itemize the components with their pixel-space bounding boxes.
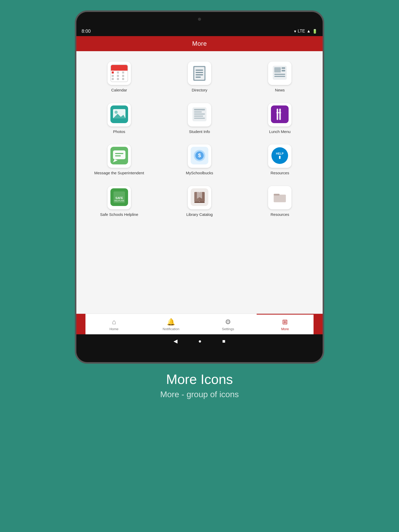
directory-icon — [191, 64, 208, 82]
caption-subtitle: More - group of icons — [160, 390, 239, 399]
svg-rect-24 — [279, 109, 281, 120]
svg-rect-50 — [274, 194, 280, 195]
front-camera — [198, 18, 201, 21]
message-super-item[interactable]: Message the Superintendent — [79, 139, 159, 181]
svg-point-14 — [115, 111, 118, 114]
svg-rect-23 — [277, 109, 278, 120]
nav-settings-label: Settings — [222, 327, 234, 331]
svg-rect-10 — [282, 67, 285, 69]
nav-home-label: Home — [109, 327, 118, 331]
app-header-title: More — [192, 40, 207, 47]
myschoolbucks-icon-box: $ — [188, 144, 211, 168]
svg-rect-5 — [196, 77, 201, 78]
library-catalog-icon-box — [188, 186, 211, 209]
svg-rect-21 — [194, 118, 205, 119]
photos-icon — [110, 105, 128, 124]
help-resources-icon: HELP — [271, 147, 289, 165]
nav-left-accent — [76, 314, 85, 334]
safe-schools-item[interactable]: SAFE HELPLINE Safe Schools Helpline — [79, 181, 159, 222]
home-icon: ⌂ — [112, 318, 116, 326]
photos-item[interactable]: Photos — [79, 98, 159, 139]
lunch-menu-item[interactable]: Lunch Menu — [240, 98, 320, 139]
more-icon: ⊞ — [282, 318, 288, 326]
library-catalog-label: Library Catalog — [186, 212, 213, 217]
home-button[interactable]: ● — [198, 338, 201, 344]
help-resources-item[interactable]: HELP Resources — [240, 139, 320, 181]
svg-rect-2 — [196, 70, 203, 71]
calendar-icon-box — [108, 62, 131, 85]
svg-rect-20 — [194, 116, 203, 117]
app-header: More — [76, 36, 323, 51]
calendar-label: Calendar — [111, 88, 127, 93]
svg-rect-9 — [274, 76, 285, 77]
svg-rect-27 — [113, 150, 125, 159]
nav-settings[interactable]: ⚙ Settings — [200, 314, 257, 334]
news-icon — [272, 65, 288, 82]
app-content: Calendar — [76, 51, 323, 314]
signal-icon: ▲ — [307, 29, 311, 34]
caption-title: More Icons — [166, 371, 233, 387]
safe-schools-icon-box: SAFE HELPLINE — [108, 186, 131, 209]
student-info-item[interactable]: Student Info — [159, 98, 240, 139]
wifi-icon: ▾ — [294, 29, 296, 34]
student-info-icon — [191, 106, 208, 123]
myschoolbucks-label: MySchoolbucks — [186, 170, 213, 176]
svg-text:$: $ — [198, 152, 201, 158]
directory-label: Directory — [192, 88, 207, 93]
resources-folder-icon-box — [268, 186, 291, 209]
calendar-icon — [110, 64, 128, 82]
nav-notification[interactable]: 🔔 Notification — [143, 314, 200, 334]
icons-grid: Calendar — [76, 51, 323, 227]
student-info-label: Student Info — [189, 129, 210, 134]
tablet-top-bezel — [76, 12, 323, 26]
myschoolbucks-icon: $ — [191, 147, 208, 165]
lunch-menu-icon — [271, 105, 289, 124]
lte-label: LTE — [298, 29, 305, 34]
status-bar: 8:00 ▾ LTE ▲ 🔋 — [76, 26, 323, 36]
status-icons: ▾ LTE ▲ 🔋 — [294, 29, 317, 34]
message-super-label: Message the Superintendent — [94, 170, 144, 176]
tablet-bottom-bezel — [76, 348, 323, 362]
nav-notification-label: Notification — [163, 327, 179, 331]
nav-home[interactable]: ⌂ Home — [85, 314, 143, 334]
status-time: 8:00 — [82, 29, 91, 34]
news-item[interactable]: News — [240, 56, 320, 98]
svg-text:HELPLINE: HELPLINE — [114, 200, 124, 202]
svg-rect-1 — [194, 67, 204, 80]
news-label: News — [275, 88, 285, 93]
myschoolbucks-item[interactable]: $ MySchoolbucks — [159, 139, 240, 181]
svg-text:HELP: HELP — [276, 152, 284, 155]
svg-rect-3 — [196, 72, 203, 73]
svg-rect-19 — [194, 114, 205, 115]
nav-right-accent — [314, 314, 323, 334]
svg-rect-18 — [194, 111, 202, 112]
svg-text:SAFE: SAFE — [115, 196, 123, 199]
back-button[interactable]: ◀ — [174, 338, 177, 344]
svg-point-35 — [271, 147, 288, 164]
svg-rect-7 — [274, 67, 281, 72]
svg-rect-4 — [196, 74, 203, 75]
nav-more[interactable]: ⊞ More — [257, 314, 314, 334]
recent-button[interactable]: ■ — [222, 338, 225, 344]
page-caption: More Icons More - group of icons — [160, 371, 239, 399]
directory-icon-box — [188, 62, 211, 85]
library-catalog-item[interactable]: Library Catalog — [159, 181, 240, 222]
resources-folder-item[interactable]: Resources — [240, 181, 320, 222]
library-catalog-icon — [191, 188, 208, 207]
message-super-icon-box — [108, 144, 131, 168]
calendar-item[interactable]: Calendar — [79, 56, 159, 98]
screen: More — [76, 36, 323, 334]
svg-rect-49 — [274, 195, 286, 202]
tablet-device: 8:00 ▾ LTE ▲ 🔋 More — [75, 10, 324, 364]
photos-label: Photos — [113, 129, 125, 134]
android-nav-bar: ◀ ● ■ — [76, 334, 323, 348]
student-info-icon-box — [188, 103, 211, 127]
svg-rect-8 — [274, 74, 285, 75]
svg-rect-29 — [115, 153, 123, 154]
photos-icon-box — [108, 103, 131, 127]
svg-rect-47 — [194, 202, 205, 203]
resources-folder-label: Resources — [270, 212, 289, 217]
directory-svg — [192, 65, 207, 82]
svg-rect-11 — [282, 70, 285, 71]
directory-item[interactable]: Directory — [159, 56, 240, 98]
